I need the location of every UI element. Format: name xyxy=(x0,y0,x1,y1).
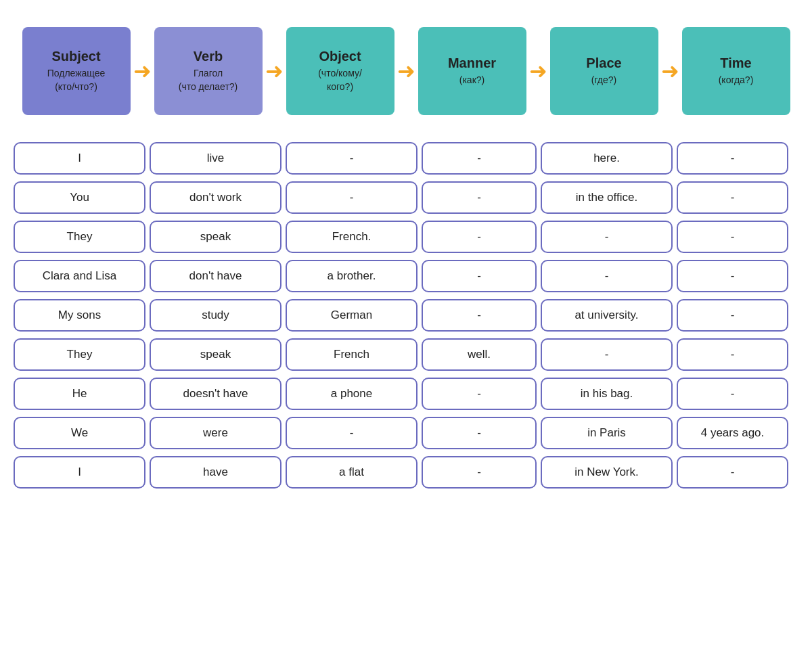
cell-r8-c2: a flat xyxy=(286,456,418,489)
cell-r5-c4: - xyxy=(541,338,673,371)
object-title: Object xyxy=(319,49,361,64)
arrow-5: ➜ xyxy=(661,58,679,84)
cell-r5-c5: - xyxy=(677,338,788,371)
cell-r8-c4: in New York. xyxy=(541,456,673,489)
cell-r8-c5: - xyxy=(677,456,788,489)
cell-r0-c3: - xyxy=(422,142,537,175)
cell-r8-c3: - xyxy=(422,456,537,489)
cell-r7-c0: We xyxy=(14,417,145,449)
cell-r5-c3: well. xyxy=(422,338,537,371)
cell-r6-c3: - xyxy=(422,378,537,410)
cell-r6-c2: a phone xyxy=(286,378,418,410)
manner-subtitle: (как?) xyxy=(459,74,484,87)
place-subtitle: (где?) xyxy=(591,74,617,87)
verb-title: Verb xyxy=(194,49,223,64)
table-row: Ihavea flat-in New York.- xyxy=(14,456,798,489)
cell-r2-c2: French. xyxy=(286,221,418,253)
table-row: Hedoesn't havea phone-in his bag.- xyxy=(14,378,798,410)
cell-r7-c4: in Paris xyxy=(541,417,673,449)
cell-r7-c5: 4 years ago. xyxy=(677,417,788,449)
verb-subtitle: Глагол(что делает?) xyxy=(179,67,238,93)
cell-r3-c3: - xyxy=(422,260,537,292)
cell-r4-c3: - xyxy=(422,299,537,332)
cell-r6-c1: doesn't have xyxy=(150,378,281,410)
cell-r4-c2: German xyxy=(286,299,418,332)
cell-r5-c1: speak xyxy=(150,338,281,371)
time-card: Time (когда?) xyxy=(682,27,790,115)
cell-r6-c4: in his bag. xyxy=(541,378,673,410)
cell-r2-c3: - xyxy=(422,221,537,253)
cell-r2-c5: - xyxy=(677,221,788,253)
cell-r4-c0: My sons xyxy=(14,299,145,332)
cell-r7-c3: - xyxy=(422,417,537,449)
table-row: Clara and Lisadon't havea brother.--- xyxy=(14,260,798,292)
cell-r0-c5: - xyxy=(677,142,788,175)
cell-r1-c5: - xyxy=(677,181,788,214)
cell-r7-c1: were xyxy=(150,417,281,449)
object-card: Object (что/кому/кого?) xyxy=(286,27,394,115)
cell-r5-c0: They xyxy=(14,338,145,371)
cell-r8-c1: have xyxy=(150,456,281,489)
place-card: Place (где?) xyxy=(550,27,658,115)
cell-r8-c0: I xyxy=(14,456,145,489)
cell-r0-c4: here. xyxy=(541,142,673,175)
cell-r3-c4: - xyxy=(541,260,673,292)
cell-r2-c4: - xyxy=(541,221,673,253)
table-row: TheyspeakFrench.--- xyxy=(14,221,798,253)
cell-r0-c0: I xyxy=(14,142,145,175)
cell-r4-c4: at university. xyxy=(541,299,673,332)
cell-r6-c0: He xyxy=(14,378,145,410)
cell-r1-c0: You xyxy=(14,181,145,214)
cell-r4-c1: study xyxy=(150,299,281,332)
table-row: TheyspeakFrenchwell.-- xyxy=(14,338,798,371)
cell-r3-c1: don't have xyxy=(150,260,281,292)
cell-r1-c3: - xyxy=(422,181,537,214)
place-title: Place xyxy=(586,55,621,71)
cell-r4-c5: - xyxy=(677,299,788,332)
cell-r3-c0: Clara and Lisa xyxy=(14,260,145,292)
cell-r1-c1: don't work xyxy=(150,181,281,214)
sentence-table: Ilive--here.-Youdon't work--in the offic… xyxy=(14,142,798,489)
cell-r0-c1: live xyxy=(150,142,281,175)
arrow-1: ➜ xyxy=(133,58,152,84)
cell-r7-c2: - xyxy=(286,417,418,449)
subject-card: Subject Подлежащее(кто/что?) xyxy=(22,27,131,115)
table-row: Youdon't work--in the office.- xyxy=(14,181,798,214)
cell-r3-c5: - xyxy=(677,260,788,292)
arrow-3: ➜ xyxy=(397,58,415,84)
subject-subtitle: Подлежащее(кто/что?) xyxy=(47,67,106,93)
manner-card: Manner (как?) xyxy=(418,27,526,115)
subject-title: Subject xyxy=(51,49,100,64)
cell-r1-c4: in the office. xyxy=(541,181,673,214)
cell-r6-c5: - xyxy=(677,378,788,410)
manner-title: Manner xyxy=(448,55,496,71)
cell-r0-c2: - xyxy=(286,142,418,175)
time-title: Time xyxy=(720,55,751,71)
cell-r3-c2: a brother. xyxy=(286,260,418,292)
table-row: Wewere--in Paris4 years ago. xyxy=(14,417,798,449)
object-subtitle: (что/кому/кого?) xyxy=(318,67,362,93)
cell-r2-c0: They xyxy=(14,221,145,253)
table-row: My sonsstudyGerman-at university.- xyxy=(14,299,798,332)
cell-r5-c2: French xyxy=(286,338,418,371)
time-subtitle: (когда?) xyxy=(719,74,754,87)
arrow-4: ➜ xyxy=(529,58,547,84)
table-row: Ilive--here.- xyxy=(14,142,798,175)
cell-r1-c2: - xyxy=(286,181,418,214)
header-section: Subject Подлежащее(кто/что?) ➜ Verb Глаг… xyxy=(14,27,798,115)
arrow-2: ➜ xyxy=(265,58,284,84)
cell-r2-c1: speak xyxy=(150,221,281,253)
verb-card: Verb Глагол(что делает?) xyxy=(154,27,263,115)
